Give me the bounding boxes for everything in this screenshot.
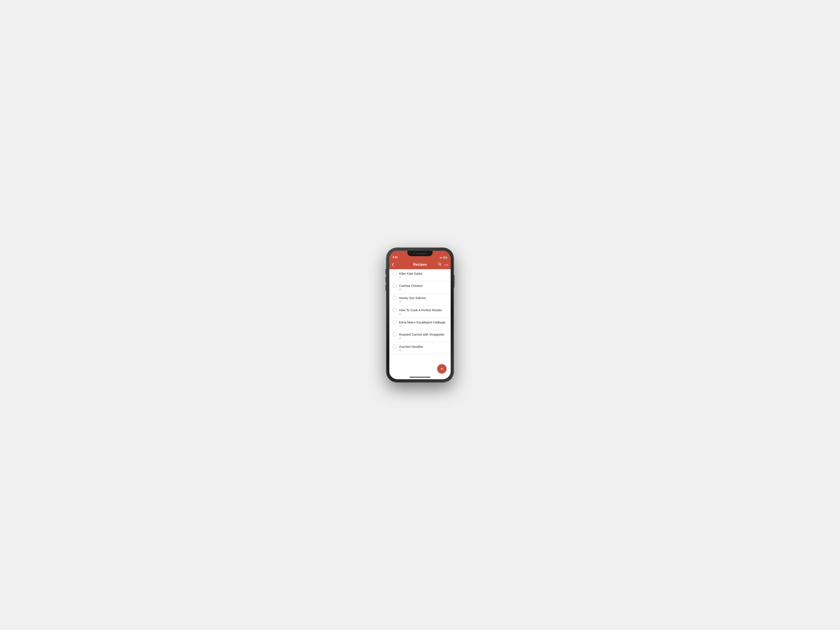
battery-icon xyxy=(443,256,447,259)
recipe-link-icon[interactable] xyxy=(399,300,447,303)
home-indicator xyxy=(409,377,431,377)
recipe-item[interactable]: Cashew Chicken xyxy=(389,281,451,294)
phone-screen: 9:41 xyxy=(389,251,451,379)
svg-rect-1 xyxy=(447,257,447,258)
more-icon[interactable] xyxy=(444,263,448,267)
svg-point-7 xyxy=(447,265,448,265)
recipe-link-icon[interactable] xyxy=(399,313,447,316)
nav-bar: Recipes xyxy=(389,260,451,269)
wifi-icon xyxy=(439,257,442,259)
recipe-checkbox[interactable] xyxy=(393,320,397,324)
recipe-checkbox[interactable] xyxy=(393,284,397,288)
svg-line-4 xyxy=(441,265,441,266)
recipe-name: Roasted Carrots with Vinaigrette xyxy=(399,333,444,336)
recipe-list: Killer Kale SaladCashew ChickenHoney Soy… xyxy=(389,269,451,379)
power-button[interactable] xyxy=(453,275,455,288)
recipe-name: Cashew Chicken xyxy=(399,284,423,287)
phone-device: 9:41 xyxy=(387,248,453,382)
recipe-checkbox[interactable] xyxy=(393,332,397,336)
screen-content: 9:41 xyxy=(389,251,451,379)
notch xyxy=(407,251,433,256)
back-button[interactable] xyxy=(392,262,396,267)
recipe-link-icon[interactable] xyxy=(399,325,447,328)
recipe-item[interactable]: Honey Soy Salmon xyxy=(389,294,451,306)
speaker xyxy=(416,253,427,254)
nav-title: Recipes xyxy=(413,262,427,267)
recipe-checkbox[interactable] xyxy=(393,308,397,312)
front-camera xyxy=(413,253,415,254)
recipe-name: Zucchini Noodles xyxy=(399,345,423,348)
recipe-name: Killer Kale Salad xyxy=(399,272,422,275)
nav-actions xyxy=(438,262,448,267)
recipe-item[interactable]: How To Cook A Perfect Risotto xyxy=(389,306,451,318)
status-time: 9:41 xyxy=(393,256,398,259)
recipe-link-icon[interactable] xyxy=(399,288,447,291)
recipe-checkbox[interactable] xyxy=(393,271,397,276)
plus-icon: + xyxy=(441,366,443,371)
recipe-checkbox[interactable] xyxy=(393,344,397,349)
svg-rect-2 xyxy=(444,257,446,258)
recipe-items: Killer Kale SaladCashew ChickenHoney Soy… xyxy=(389,269,451,354)
recipe-item[interactable]: Roasted Carrots with Vinaigrette xyxy=(389,330,451,342)
recipe-item[interactable]: Edna Mae's Escalloped Cabbage xyxy=(389,318,451,330)
recipe-item[interactable]: Zucchini Noodles xyxy=(389,342,451,354)
add-recipe-button[interactable]: + xyxy=(437,364,447,373)
volume-up-button[interactable] xyxy=(385,269,387,275)
recipe-name: How To Cook A Perfect Risotto xyxy=(399,308,442,312)
recipe-link-icon[interactable] xyxy=(399,337,447,340)
recipe-link-icon[interactable] xyxy=(399,276,447,279)
volume-down-button[interactable] xyxy=(385,277,387,283)
svg-point-6 xyxy=(446,265,447,265)
recipe-name: Honey Soy Salmon xyxy=(399,296,426,300)
recipe-link-icon[interactable] xyxy=(399,349,447,352)
search-icon[interactable] xyxy=(438,262,441,267)
recipe-name: Edna Mae's Escalloped Cabbage xyxy=(399,321,445,324)
svg-point-5 xyxy=(444,265,445,265)
recipe-item[interactable]: Killer Kale Salad xyxy=(389,269,451,281)
recipe-checkbox[interactable] xyxy=(393,296,397,300)
status-icons xyxy=(439,256,447,259)
silent-switch[interactable] xyxy=(385,285,387,291)
